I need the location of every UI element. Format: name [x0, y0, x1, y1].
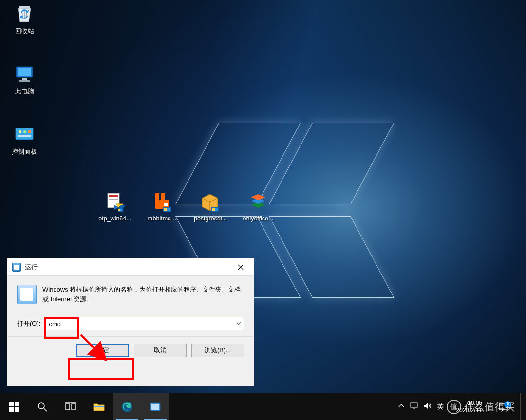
run-dialog-titlebar[interactable]: 运行	[7, 258, 254, 276]
svg-rect-13	[109, 201, 116, 201]
taskbar-app-run[interactable]	[141, 393, 169, 420]
run-large-icon	[17, 285, 37, 304]
svg-point-6	[19, 130, 21, 133]
taskbar-clock[interactable]: 16:05 2023/2/11	[451, 400, 487, 414]
svg-point-20	[38, 403, 44, 409]
notifications-button[interactable]: 2	[492, 402, 515, 411]
svg-rect-2	[18, 68, 31, 76]
desktop-icon-otp[interactable]: otp_win64...	[93, 190, 137, 222]
desktop-icon-control-panel[interactable]: 控制面板	[2, 123, 47, 156]
svg-rect-0	[19, 6, 30, 8]
tray-chevron-up-icon[interactable]	[398, 403, 404, 410]
run-open-input[interactable]	[44, 317, 244, 330]
close-button[interactable]	[229, 260, 252, 274]
svg-rect-17	[15, 402, 19, 406]
run-description: Windows 将根据你所输入的名称，为你打开相应的程序、文件夹、文档或 Int…	[42, 285, 244, 304]
edge-icon	[121, 401, 133, 413]
rabbitmq-icon	[151, 190, 174, 213]
svg-rect-16	[9, 402, 14, 406]
desktop-icon-onlyoffice[interactable]: onlyoffice...	[236, 190, 281, 222]
icon-label: 此电脑	[15, 88, 34, 96]
show-desktop-button[interactable]	[520, 393, 523, 420]
run-open-label: 打开(O):	[17, 319, 40, 328]
installer-box-icon	[199, 190, 222, 213]
tray-ime-label[interactable]: 英	[437, 402, 444, 411]
svg-rect-28	[151, 404, 159, 410]
svg-rect-18	[9, 407, 14, 412]
cancel-button[interactable]: 取消	[134, 344, 187, 357]
svg-rect-9	[28, 130, 31, 133]
svg-rect-23	[72, 404, 75, 410]
svg-rect-3	[22, 78, 27, 80]
svg-rect-25	[94, 406, 104, 407]
svg-rect-29	[411, 403, 417, 407]
icon-label: 控制面板	[12, 148, 37, 156]
svg-rect-11	[109, 195, 118, 197]
svg-line-21	[44, 408, 47, 411]
svg-rect-14	[164, 203, 168, 206]
search-icon	[38, 402, 47, 412]
browse-button[interactable]: 浏览(B)...	[191, 344, 244, 357]
windows-logo-icon	[9, 402, 19, 412]
icon-label: onlyoffice...	[243, 215, 273, 222]
tray-display-icon[interactable]	[410, 402, 418, 411]
file-explorer-icon	[93, 402, 105, 412]
taskbar-app-explorer[interactable]	[85, 393, 113, 420]
run-app-icon	[150, 402, 161, 411]
svg-rect-4	[19, 80, 30, 82]
taskbar-time: 16:05	[456, 400, 482, 407]
ok-button[interactable]: 确定	[76, 344, 129, 357]
search-button[interactable]	[28, 393, 56, 420]
start-button[interactable]	[0, 393, 28, 420]
svg-rect-12	[109, 199, 118, 200]
onlyoffice-icon	[246, 190, 270, 213]
desktop-icon-rabbitmq[interactable]: rabbitmq-...	[140, 190, 185, 222]
task-view-button[interactable]	[56, 393, 85, 420]
taskbar-app-edge[interactable]	[113, 393, 141, 420]
recycle-bin-icon	[13, 2, 36, 25]
taskbar: 英 16:05 2023/2/11 2	[0, 393, 526, 420]
icon-label: otp_win64...	[98, 215, 131, 222]
task-view-icon	[65, 402, 76, 411]
desktop-icon-recycle-bin[interactable]: 回收站	[2, 2, 47, 36]
notification-badge: 2	[504, 401, 511, 408]
run-dialog: 运行 Windows 将根据你所输入的名称，为你打开相应的程序、文件夹、文档或 …	[7, 258, 254, 386]
icon-label: 回收站	[15, 27, 34, 36]
desktop-icon-this-pc[interactable]: 此电脑	[2, 62, 47, 96]
desktop-icon-postgresql[interactable]: postgresql...	[188, 190, 233, 222]
installer-icon	[103, 190, 127, 213]
this-pc-icon	[13, 62, 36, 86]
icon-label: rabbitmq-...	[147, 215, 178, 222]
control-panel-icon	[13, 123, 36, 146]
run-dialog-title: 运行	[25, 263, 229, 272]
svg-rect-5	[16, 128, 33, 140]
run-icon	[12, 263, 21, 272]
svg-rect-8	[18, 135, 31, 137]
svg-rect-22	[66, 404, 70, 410]
tray-volume-icon[interactable]	[424, 402, 432, 411]
svg-point-7	[23, 130, 26, 133]
taskbar-date: 2023/2/11	[456, 407, 482, 414]
svg-rect-19	[15, 407, 19, 412]
icon-label: postgresql...	[194, 215, 227, 222]
